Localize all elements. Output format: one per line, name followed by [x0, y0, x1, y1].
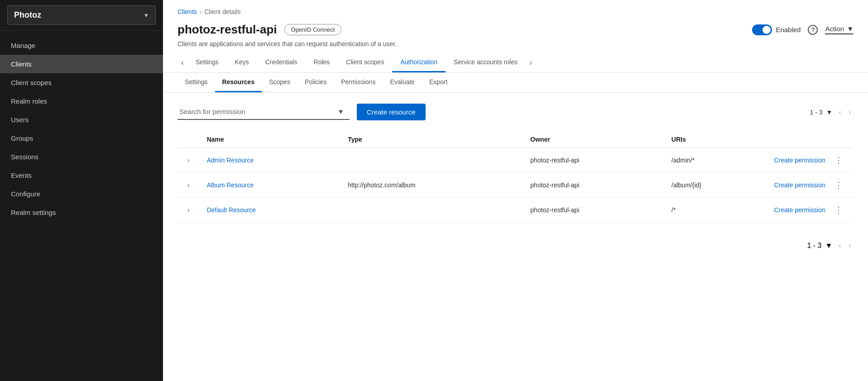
expand-row-button[interactable]: ›: [185, 205, 192, 214]
tab-evaluate-sub[interactable]: Evaluate: [383, 73, 422, 92]
footer-pagination-prev-button[interactable]: ‹: [836, 241, 844, 251]
tab-nav-next[interactable]: ›: [526, 53, 536, 72]
main-content: Clients › Client details photoz-restful-…: [163, 0, 868, 381]
pagination-prev-button[interactable]: ‹: [836, 107, 844, 117]
enabled-label: Enabled: [776, 26, 801, 33]
owner-cell: photoz-restful-api: [523, 173, 664, 198]
tab-policies-sub[interactable]: Policies: [297, 73, 334, 92]
type-cell: [340, 198, 523, 223]
search-dropdown-arrow-icon: ▼: [337, 108, 344, 115]
breadcrumb-current: Client details: [204, 8, 240, 15]
secondary-tabs: Settings Resources Scopes Policies Permi…: [163, 73, 868, 93]
tab-settings[interactable]: Settings: [187, 53, 227, 72]
tab-resources-sub[interactable]: Resources: [215, 73, 262, 92]
tab-roles[interactable]: Roles: [306, 53, 338, 72]
expand-row-button[interactable]: ›: [185, 156, 192, 165]
sidebar-item-sessions[interactable]: Sessions: [0, 148, 163, 166]
openid-badge: OpenID Connect: [284, 24, 342, 35]
page-header: photoz-restful-api OpenID Connect Enable…: [163, 19, 868, 39]
toggle-section: Enabled: [752, 24, 801, 35]
expand-row-button[interactable]: ›: [185, 181, 192, 190]
pagination-next-button[interactable]: ›: [846, 107, 854, 117]
sidebar-header: Photoz ▼: [0, 0, 163, 31]
more-menu-button-album-resource[interactable]: ⋮: [831, 179, 846, 191]
create-permission-link-album-resource[interactable]: Create permission: [774, 181, 825, 189]
resource-link-default-resource[interactable]: Default Resource: [207, 206, 256, 214]
tab-keys[interactable]: Keys: [227, 53, 257, 72]
filter-bar: Search for permission ▼ Create resource …: [177, 104, 854, 120]
resource-link-album-resource[interactable]: Album Resource: [207, 181, 254, 189]
col-uris-header: URIs: [664, 131, 763, 148]
help-icon[interactable]: ?: [808, 25, 818, 35]
sidebar-item-users[interactable]: Users: [0, 110, 163, 129]
tab-authorization[interactable]: Authorization: [392, 53, 446, 72]
sidebar-item-realm-roles[interactable]: Realm roles: [0, 92, 163, 110]
pagination-dropdown-icon: ▼: [826, 109, 832, 116]
resource-link-admin-resource[interactable]: Admin Resource: [207, 157, 254, 164]
sidebar: Photoz ▼ ManageClientsClient scopesRealm…: [0, 0, 163, 381]
tab-export-sub[interactable]: Export: [422, 73, 455, 92]
tab-permissions-sub[interactable]: Permissions: [334, 73, 383, 92]
sidebar-brand-text: Photoz: [14, 10, 41, 20]
type-cell: http://photoz.com/album: [340, 173, 523, 198]
footer-pagination-nav: ‹ ›: [836, 241, 854, 251]
sidebar-nav: ManageClientsClient scopesRealm rolesUse…: [0, 31, 163, 227]
footer-pagination: 1 - 3 ▼ ‹ ›: [163, 233, 868, 258]
name-cell: Default Resource: [200, 198, 340, 223]
tab-scopes-sub[interactable]: Scopes: [262, 73, 297, 92]
search-dropdown[interactable]: Search for permission ▼: [177, 104, 350, 120]
enabled-toggle[interactable]: [752, 24, 772, 35]
actions-cell: Create permission ⋮: [763, 148, 854, 173]
chevron-down-icon: ▼: [144, 12, 149, 19]
action-button[interactable]: Action ▼: [825, 25, 854, 34]
create-resource-button[interactable]: Create resource: [357, 104, 426, 120]
tab-settings-sub[interactable]: Settings: [177, 73, 215, 92]
name-cell: Admin Resource: [200, 148, 340, 173]
uris-cell: /admin/*: [664, 148, 763, 173]
name-cell: Album Resource: [200, 173, 340, 198]
sidebar-item-client-scopes[interactable]: Client scopes: [0, 73, 163, 92]
footer-pagination-dropdown-icon: ▼: [825, 242, 833, 250]
expand-cell: ›: [177, 173, 200, 198]
resources-table: Name Type Owner URIs › Admin Resource ph…: [177, 131, 854, 223]
table-row: › Default Resource photoz-restful-api /*…: [177, 198, 854, 223]
footer-pagination-count: 1 - 3: [807, 242, 821, 250]
page-title: photoz-restful-api: [177, 23, 277, 37]
more-menu-button-default-resource[interactable]: ⋮: [831, 204, 846, 216]
uris-cell: /*: [664, 198, 763, 223]
sidebar-item-configure[interactable]: Configure: [0, 185, 163, 203]
tab-nav-prev[interactable]: ‹: [177, 53, 187, 72]
more-menu-button-admin-resource[interactable]: ⋮: [831, 154, 846, 166]
tab-service-accounts-roles[interactable]: Service accounts roles: [446, 53, 526, 72]
actions-cell: Create permission ⋮: [763, 198, 854, 223]
pagination-count: 1 - 3: [810, 109, 822, 116]
content-area: Search for permission ▼ Create resource …: [163, 93, 868, 233]
table-row: › Admin Resource photoz-restful-api /adm…: [177, 148, 854, 173]
create-permission-link-default-resource[interactable]: Create permission: [774, 206, 825, 214]
sidebar-item-realm-settings[interactable]: Realm settings: [0, 203, 163, 222]
tab-credentials[interactable]: Credentials: [257, 53, 306, 72]
breadcrumb-separator: ›: [200, 8, 202, 15]
sidebar-item-manage[interactable]: Manage: [0, 36, 163, 55]
create-permission-link-admin-resource[interactable]: Create permission: [774, 157, 825, 164]
sidebar-item-groups[interactable]: Groups: [0, 129, 163, 148]
pagination-info: 1 - 3 ▼ ‹ ›: [810, 107, 854, 117]
uris-cell: /album/{id}: [664, 173, 763, 198]
action-chevron-icon: ▼: [847, 25, 854, 33]
action-label: Action: [825, 25, 844, 33]
tab-client-scopes[interactable]: Client scopes: [338, 53, 392, 72]
col-actions-header: [763, 131, 854, 148]
sidebar-item-clients[interactable]: Clients: [0, 55, 163, 73]
actions-cell: Create permission ⋮: [763, 173, 854, 198]
col-owner-header: Owner: [523, 131, 664, 148]
sidebar-item-events[interactable]: Events: [0, 166, 163, 185]
expand-cell: ›: [177, 198, 200, 223]
breadcrumb: Clients › Client details: [163, 0, 868, 19]
owner-cell: photoz-restful-api: [523, 198, 664, 223]
breadcrumb-clients-link[interactable]: Clients: [177, 8, 197, 15]
pagination-nav: ‹ ›: [836, 107, 854, 117]
footer-pagination-next-button[interactable]: ›: [846, 241, 854, 251]
sidebar-brand[interactable]: Photoz ▼: [7, 5, 156, 25]
expand-cell: ›: [177, 148, 200, 173]
search-placeholder: Search for permission: [179, 108, 334, 115]
